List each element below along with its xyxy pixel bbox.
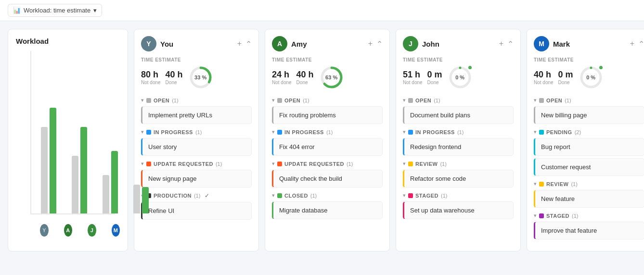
bar-chart-icon: 📊 — [13, 7, 21, 14]
status-group-2-0: ▾OPEN(1)Document build plans — [403, 97, 514, 124]
status-name-1-0: OPEN — [284, 98, 300, 103]
status-header-1-0[interactable]: ▾OPEN(1) — [272, 97, 383, 103]
avatar-mark: M — [112, 224, 120, 237]
status-header-2-0[interactable]: ▾OPEN(1) — [403, 97, 514, 103]
task-item-3-2-0[interactable]: New feature — [534, 190, 644, 208]
status-header-0-3[interactable]: ▾PRODUCTION(1)✓ — [141, 192, 252, 199]
avatar-john: J — [88, 224, 96, 237]
status-name-0-3: PRODUCTION — [154, 193, 192, 199]
status-name-1-3: CLOSED — [284, 193, 308, 199]
task-item-2-1-0[interactable]: Redesign frontend — [403, 138, 514, 156]
te-notdone-0: 80 hNot done — [141, 70, 161, 85]
status-header-1-1[interactable]: ▾IN PROGRESS(1) — [272, 129, 383, 135]
task-item-3-1-0[interactable]: Bug report — [534, 138, 644, 156]
task-item-3-0-0[interactable]: New billing page — [534, 106, 644, 124]
bar-gray-4 — [133, 185, 140, 213]
chart-avatars: Y A J M — [16, 224, 120, 237]
status-chevron-2-1: ▾ — [403, 129, 406, 135]
status-header-0-1[interactable]: ▾IN PROGRESS(1) — [141, 129, 252, 135]
status-header-1-2[interactable]: ▾UPDATE REQUESTED(1) — [272, 161, 383, 167]
avatar-0: Y — [141, 36, 156, 51]
header-actions-3[interactable]: +⌃ — [630, 39, 644, 49]
te-done-1: 40 hDone — [296, 70, 314, 85]
task-item-0-0-0[interactable]: Implement pretty URLs — [141, 106, 252, 124]
te-row-1: 24 hNot done40 hDone 63 % — [272, 64, 383, 90]
task-item-1-3-0[interactable]: Migrate database — [272, 201, 383, 219]
status-count-3-2: (1) — [571, 181, 577, 187]
status-chevron-3-0: ▾ — [534, 97, 537, 103]
donut-0: 33 % — [188, 64, 214, 90]
task-item-3-3-0[interactable]: Improve that feature — [534, 222, 644, 239]
person-name-1: Amy — [291, 40, 307, 48]
status-count-1-2: (1) — [347, 161, 353, 167]
status-header-3-3[interactable]: ▾STAGED(1) — [534, 212, 644, 219]
status-dot-0-1 — [146, 130, 151, 135]
status-header-3-2[interactable]: ▾REVIEW(1) — [534, 181, 644, 187]
status-dot-3-2 — [539, 182, 544, 187]
task-item-2-3-0[interactable]: Set up data warehouse — [403, 201, 514, 219]
task-item-1-2-0[interactable]: Quality check the build — [272, 170, 383, 188]
person-header-1: AAmy+⌃ — [272, 36, 383, 51]
status-header-0-0[interactable]: ▾OPEN(1) — [141, 97, 252, 103]
collapse-icon-3[interactable]: ⌃ — [638, 39, 644, 49]
status-count-2-3: (1) — [441, 193, 447, 199]
status-group-2-2: ▾REVIEW(1)Refactor some code — [403, 161, 514, 188]
task-item-0-3-0[interactable]: Refine UI — [141, 202, 252, 220]
bar-gray-3 — [103, 175, 109, 213]
status-header-1-3[interactable]: ▾CLOSED(1) — [272, 192, 383, 199]
task-item-3-1-1[interactable]: Customer request — [534, 158, 644, 176]
task-item-0-1-0[interactable]: User story — [141, 138, 252, 156]
person-info-0: YYou — [141, 36, 173, 51]
status-count-0-3: (1) — [194, 193, 200, 199]
task-item-2-0-0[interactable]: Document build plans — [403, 106, 514, 124]
task-item-1-1-0[interactable]: Fix 404 error — [272, 138, 383, 156]
te-section-0: TIME ESTIMATE80 hNot done40 hDone 33 % — [141, 57, 252, 90]
collapse-icon-2[interactable]: ⌃ — [507, 39, 514, 49]
status-count-0-2: (1) — [216, 161, 222, 167]
task-item-2-2-0[interactable]: Refactor some code — [403, 170, 514, 188]
bar-green-4 — [142, 187, 149, 213]
status-name-0-1: IN PROGRESS — [154, 129, 193, 135]
collapse-icon-0[interactable]: ⌃ — [245, 39, 252, 49]
task-item-1-0-0[interactable]: Fix routing problems — [272, 106, 383, 124]
task-item-0-2-0[interactable]: New signup page — [141, 170, 252, 188]
te-done-label-0: Done — [166, 80, 183, 85]
te-label-0: TIME ESTIMATE — [141, 57, 252, 62]
add-icon-1[interactable]: + — [368, 39, 373, 48]
status-header-3-0[interactable]: ▾OPEN(1) — [534, 97, 644, 103]
status-header-2-2[interactable]: ▾REVIEW(1) — [403, 161, 514, 167]
te-section-2: TIME ESTIMATE51 hNot done0 mDone 0 % — [403, 57, 514, 90]
status-header-3-1[interactable]: ▾PENDING(2) — [534, 129, 644, 135]
status-count-1-3: (1) — [310, 193, 317, 199]
status-count-3-1: (2) — [575, 129, 581, 135]
add-icon-2[interactable]: + — [499, 39, 503, 48]
status-count-2-2: (1) — [440, 161, 446, 167]
status-name-2-1: IN PROGRESS — [415, 129, 455, 135]
status-group-3-1: ▾PENDING(2)Bug reportCustomer request — [534, 129, 644, 176]
status-count-3-0: (1) — [565, 98, 571, 103]
status-group-1-1: ▾IN PROGRESS(1)Fix 404 error — [272, 129, 383, 156]
collapse-icon-1[interactable]: ⌃ — [376, 39, 383, 49]
status-header-2-3[interactable]: ▾STAGED(1) — [403, 192, 514, 199]
status-header-2-1[interactable]: ▾IN PROGRESS(1) — [403, 129, 514, 135]
bar-gray-2 — [72, 156, 78, 213]
te-done-val-1: 40 h — [296, 70, 314, 80]
header-actions-2[interactable]: +⌃ — [499, 39, 514, 49]
add-icon-0[interactable]: + — [237, 39, 242, 48]
status-count-0-1: (1) — [195, 129, 202, 135]
status-dot-2-1 — [408, 130, 413, 135]
status-header-0-2[interactable]: ▾UPDATE REQUESTED(1) — [141, 161, 252, 167]
status-name-3-2: REVIEW — [546, 181, 568, 187]
workload-button[interactable]: 📊 Workload: time estimate ▾ — [8, 4, 102, 17]
status-count-1-1: (1) — [326, 129, 333, 135]
header-actions-1[interactable]: +⌃ — [368, 39, 383, 49]
te-done-val-2: 0 m — [427, 70, 442, 80]
status-group-0-1: ▾IN PROGRESS(1)User story — [141, 129, 252, 156]
bar-green-2 — [80, 127, 87, 213]
add-icon-3[interactable]: + — [630, 39, 634, 48]
te-notdone-3: 40 hNot done — [534, 70, 554, 85]
te-section-1: TIME ESTIMATE24 hNot done40 hDone 63 % — [272, 57, 383, 90]
bar-group-3 — [103, 151, 118, 213]
te-done-0: 40 hDone — [166, 70, 183, 85]
header-actions-0[interactable]: +⌃ — [237, 39, 252, 49]
